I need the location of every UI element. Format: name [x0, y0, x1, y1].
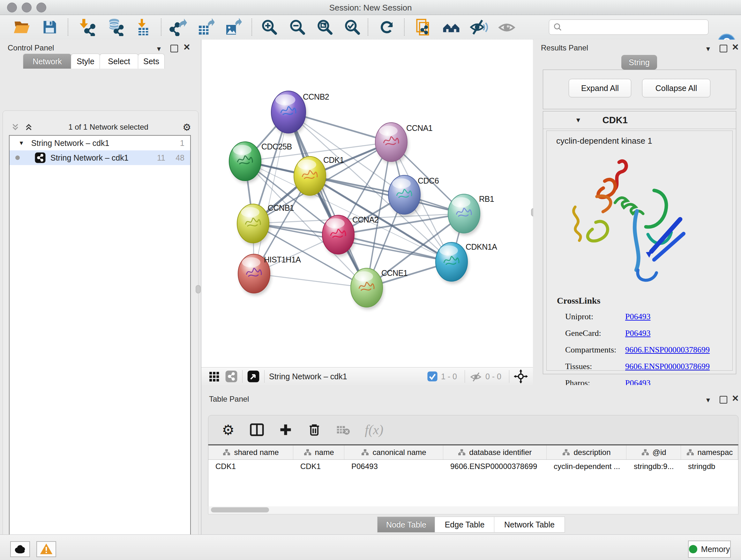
hidden-eye-icon[interactable] — [469, 370, 482, 383]
network-node[interactable] — [322, 215, 355, 257]
tab-style[interactable]: Style — [71, 54, 100, 69]
collapse-all-chevrons-icon[interactable] — [10, 122, 21, 132]
collapse-all-button[interactable]: Collapse All — [642, 79, 711, 98]
show-columns-icon[interactable] — [248, 421, 266, 439]
crosslink-link[interactable]: P06493 — [625, 312, 650, 321]
zoom-fit-button[interactable] — [314, 17, 336, 37]
table-horizontal-scrollbar[interactable] — [208, 506, 738, 514]
network-row-selected[interactable]: String Network – cdk1 11 48 — [10, 150, 190, 165]
network-node[interactable] — [237, 204, 270, 246]
float-panel-icon — [720, 396, 727, 403]
node-label: CDC6 — [418, 176, 439, 185]
cloud-status-button[interactable] — [10, 541, 30, 557]
tab-network-table[interactable]: Network Table — [494, 516, 565, 533]
search-input[interactable] — [565, 20, 708, 34]
string-import-button[interactable] — [413, 17, 434, 37]
open-session-button[interactable] — [11, 17, 32, 37]
tab-sets[interactable]: Sets — [138, 54, 165, 69]
network-node[interactable] — [351, 268, 384, 310]
zoom-out-button[interactable] — [286, 17, 308, 37]
selected-checkbox-icon[interactable] — [427, 371, 438, 382]
section-collapse-icon[interactable]: ▼ — [575, 117, 582, 124]
import-network-database-button[interactable] — [104, 17, 126, 37]
level-of-detail-button[interactable] — [496, 17, 518, 37]
hide-graphics-button[interactable] — [468, 17, 489, 37]
gene-section-header[interactable]: ▼ CDK1 — [543, 111, 736, 129]
float-panel-button[interactable] — [720, 396, 727, 403]
crosslink-link[interactable]: P06493 — [625, 328, 650, 338]
column-header[interactable]: name — [293, 445, 344, 459]
export-table-button[interactable] — [195, 17, 216, 37]
column-header[interactable]: description — [547, 445, 627, 459]
column-header[interactable]: namespac — [681, 445, 738, 459]
crosslink-link[interactable]: 9606.ENSP00000378699 — [625, 362, 710, 371]
table-row[interactable]: CDK1CDK1P064939606.ENSP00000378699cyclin… — [208, 460, 738, 473]
crosslink-link[interactable]: 9606.ENSP00000378699 — [625, 345, 710, 355]
splitter-handle[interactable] — [196, 285, 201, 294]
column-header[interactable]: @id — [626, 445, 681, 459]
add-column-icon[interactable] — [277, 421, 294, 439]
import-network-file-button[interactable] — [76, 17, 98, 37]
export-image-button[interactable] — [222, 17, 244, 37]
home-button[interactable] — [441, 17, 462, 37]
network-share-icon — [35, 152, 46, 164]
expand-all-chevrons-icon[interactable] — [23, 122, 34, 132]
network-graph[interactable]: CCNB2CCNA1CDC25BCDK1CDC6RB1CCNB1CCNA2CDK… — [201, 40, 533, 367]
table-cell: P06493 — [344, 460, 443, 473]
crosslink-label: Uniprot: — [565, 312, 625, 321]
close-panel-icon[interactable]: ✕ — [732, 395, 739, 402]
table-settings-gear-icon[interactable]: ⚙ — [219, 421, 237, 439]
network-node[interactable] — [375, 123, 408, 164]
network-options-gear-icon[interactable]: ⚙ — [183, 122, 191, 133]
crosslink-row: GeneCard:P06493 — [565, 325, 728, 341]
warning-triangle-icon — [40, 543, 53, 556]
grid-view-icon[interactable] — [208, 370, 220, 382]
panel-menu-chevron-icon[interactable]: ▼ — [705, 396, 711, 403]
close-panel-icon[interactable]: ✕ — [732, 44, 739, 51]
refresh-button[interactable] — [376, 17, 398, 37]
birdseye-view-icon[interactable] — [247, 370, 260, 383]
window-status-bar: Memory — [0, 535, 741, 560]
network-node[interactable] — [435, 242, 469, 284]
main-toolbar: ? — [0, 15, 741, 40]
function-builder-icon: f(x) — [365, 421, 383, 439]
table-cell: stringdb — [681, 460, 738, 473]
export-network-button[interactable] — [167, 17, 189, 37]
tab-node-table[interactable]: Node Table — [377, 516, 435, 533]
float-panel-button[interactable] — [171, 45, 178, 52]
column-header[interactable]: canonical name — [344, 445, 443, 459]
network-node[interactable] — [448, 194, 481, 236]
table-toolbar: ⚙ f(x) — [208, 415, 738, 444]
delete-column-trash-icon[interactable] — [306, 421, 323, 439]
column-header[interactable]: database identifier — [443, 445, 547, 459]
import-table-button[interactable] — [132, 17, 154, 37]
expand-all-button[interactable]: Expand All — [569, 79, 631, 98]
pan-crosshair-icon[interactable] — [514, 369, 528, 383]
network-node[interactable] — [271, 91, 307, 136]
save-session-button[interactable] — [39, 17, 61, 37]
network-collection-row[interactable]: ▼ String Network – cdk1 1 — [10, 136, 190, 150]
zoom-selected-button[interactable] — [341, 17, 363, 37]
cytoscape-window: Session: New Session — [0, 0, 741, 560]
float-panel-button[interactable] — [720, 45, 727, 52]
tree-expand-icon[interactable]: ▼ — [18, 140, 24, 146]
tab-network[interactable]: Network — [23, 54, 71, 69]
tab-select[interactable]: Select — [99, 54, 138, 69]
network-canvas[interactable]: CCNB2CCNA1CDC25BCDK1CDC6RB1CCNB1CCNA2CDK… — [201, 40, 533, 367]
close-panel-icon[interactable]: ✕ — [183, 44, 191, 51]
warning-status-button[interactable] — [37, 541, 56, 557]
network-node[interactable] — [388, 175, 421, 217]
zoom-in-button[interactable] — [259, 17, 280, 37]
crosslinks-title: CrossLinks — [557, 296, 600, 306]
network-share-view-icon[interactable] — [225, 370, 238, 383]
network-edge[interactable] — [254, 112, 288, 273]
scrollbar-thumb[interactable] — [211, 507, 269, 512]
panel-menu-chevron-icon[interactable]: ▼ — [705, 45, 711, 52]
tab-edge-table[interactable]: Edge Table — [434, 516, 495, 533]
network-node[interactable] — [294, 157, 327, 198]
crosslink-row: Uniprot:P06493 — [565, 308, 728, 325]
column-header[interactable]: shared name — [208, 445, 293, 459]
panel-menu-chevron-icon[interactable]: ▼ — [156, 45, 162, 52]
memory-button[interactable]: Memory — [688, 541, 731, 558]
tab-string[interactable]: String — [621, 55, 657, 70]
